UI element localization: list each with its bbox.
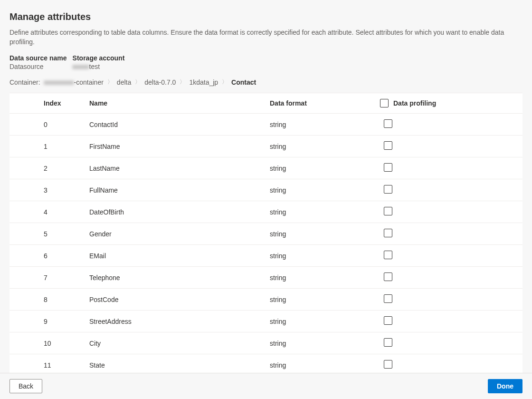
profiling-checkbox[interactable] (384, 338, 392, 347)
storage-account-suffix: test (89, 63, 100, 70)
cell-format: string (266, 157, 380, 179)
profiling-checkbox[interactable] (384, 163, 392, 172)
cell-profiling (380, 157, 522, 179)
cell-profiling (380, 179, 522, 201)
cell-profiling (380, 245, 522, 267)
breadcrumb-container-label: Container: (10, 78, 40, 86)
cell-format: string (266, 267, 380, 289)
cell-profiling (380, 201, 522, 223)
attributes-table-container[interactable]: Index Name Data format Data profiling 0C… (10, 93, 522, 373)
cell-index: 5 (10, 223, 86, 245)
cell-index: 9 (10, 311, 86, 332)
cell-name: FirstName (86, 136, 266, 157)
cell-format: string (266, 332, 380, 354)
table-row: 11Statestring (10, 354, 522, 373)
data-source-value: Datasource (10, 63, 67, 70)
breadcrumb-item[interactable]: delta (117, 78, 131, 86)
cell-format: string (266, 201, 380, 223)
footer-bar: Back Done (0, 373, 532, 399)
profiling-checkbox[interactable] (384, 207, 392, 215)
chevron-right-icon: 〉 (222, 78, 228, 86)
cell-format: string (266, 136, 380, 157)
data-source-label: Data source name (10, 54, 67, 62)
cell-name: EMail (86, 245, 266, 267)
cell-format: string (266, 245, 380, 267)
profiling-checkbox[interactable] (384, 272, 392, 281)
cell-profiling (380, 332, 522, 354)
breadcrumb-current: Contact (231, 78, 256, 86)
profiling-checkbox[interactable] (384, 294, 392, 303)
table-row: 4DateOfBirthstring (10, 201, 522, 223)
cell-index: 1 (10, 136, 86, 157)
cell-name: Gender (86, 223, 266, 245)
column-header-index[interactable]: Index (10, 93, 86, 114)
storage-account-value: xxxxxtest (73, 63, 125, 70)
cell-index: 11 (10, 354, 86, 373)
page-title: Manage attributes (10, 11, 522, 22)
chevron-right-icon: 〉 (180, 78, 185, 86)
profiling-checkbox[interactable] (384, 229, 392, 237)
cell-profiling (380, 311, 522, 332)
profiling-checkbox[interactable] (384, 360, 392, 369)
profiling-checkbox[interactable] (384, 141, 392, 150)
profiling-checkbox[interactable] (384, 316, 392, 325)
cell-index: 8 (10, 289, 86, 311)
cell-name: Telephone (86, 267, 266, 289)
table-row: 3FullNamestring (10, 179, 522, 201)
storage-account-label: Storage account (73, 54, 125, 62)
cell-format: string (266, 179, 380, 201)
profiling-checkbox[interactable] (384, 251, 392, 259)
cell-name: DateOfBirth (86, 201, 266, 223)
column-header-name[interactable]: Name (86, 93, 266, 114)
table-row: 5Genderstring (10, 223, 522, 245)
cell-format: string (266, 223, 380, 245)
cell-profiling (380, 289, 522, 311)
chevron-right-icon: 〉 (135, 78, 141, 86)
page-description: Define attributes corresponding to table… (10, 28, 522, 47)
storage-account-redacted: xxxxx (73, 63, 89, 70)
table-row: 0ContactIdstring (10, 114, 522, 136)
cell-profiling (380, 267, 522, 289)
cell-format: string (266, 114, 380, 136)
cell-format: string (266, 354, 380, 373)
cell-name: ContactId (86, 114, 266, 136)
cell-index: 4 (10, 201, 86, 223)
breadcrumb-item[interactable]: 1kdata_jp (189, 78, 218, 86)
breadcrumb-container-redacted: xxxxxxxxx (44, 78, 74, 86)
table-row: 9StreetAddressstring (10, 311, 522, 332)
cell-name: PostCode (86, 289, 266, 311)
table-row: 6EMailstring (10, 245, 522, 267)
done-button[interactable]: Done (488, 379, 522, 393)
breadcrumb-container-suffix: -container (74, 78, 104, 86)
breadcrumb-item[interactable]: delta-0.7.0 (144, 78, 176, 86)
cell-profiling (380, 114, 522, 136)
cell-index: 2 (10, 157, 86, 179)
cell-index: 0 (10, 114, 86, 136)
select-all-profiling-checkbox[interactable] (380, 99, 389, 107)
column-header-profiling: Data profiling (380, 93, 522, 114)
cell-profiling (380, 223, 522, 245)
cell-format: string (266, 289, 380, 311)
back-button[interactable]: Back (10, 379, 42, 393)
table-row: 1FirstNamestring (10, 136, 522, 157)
chevron-right-icon: 〉 (107, 78, 113, 86)
cell-name: FullName (86, 179, 266, 201)
breadcrumb: Container: xxxxxxxxx-container 〉 delta 〉… (10, 78, 522, 86)
cell-index: 6 (10, 245, 86, 267)
profiling-checkbox[interactable] (384, 119, 392, 128)
profiling-checkbox[interactable] (384, 185, 392, 194)
cell-name: State (86, 354, 266, 373)
table-row: 8PostCodestring (10, 289, 522, 311)
cell-profiling (380, 136, 522, 157)
cell-index: 10 (10, 332, 86, 354)
column-header-format[interactable]: Data format (266, 93, 380, 114)
cell-name: LastName (86, 157, 266, 179)
cell-index: 7 (10, 267, 86, 289)
breadcrumb-container-link[interactable]: xxxxxxxxx-container (44, 78, 104, 86)
table-row: 2LastNamestring (10, 157, 522, 179)
metadata-row: Data source name Datasource Storage acco… (10, 54, 522, 70)
cell-format: string (266, 311, 380, 332)
cell-index: 3 (10, 179, 86, 201)
table-row: 10Citystring (10, 332, 522, 354)
cell-profiling (380, 354, 522, 373)
